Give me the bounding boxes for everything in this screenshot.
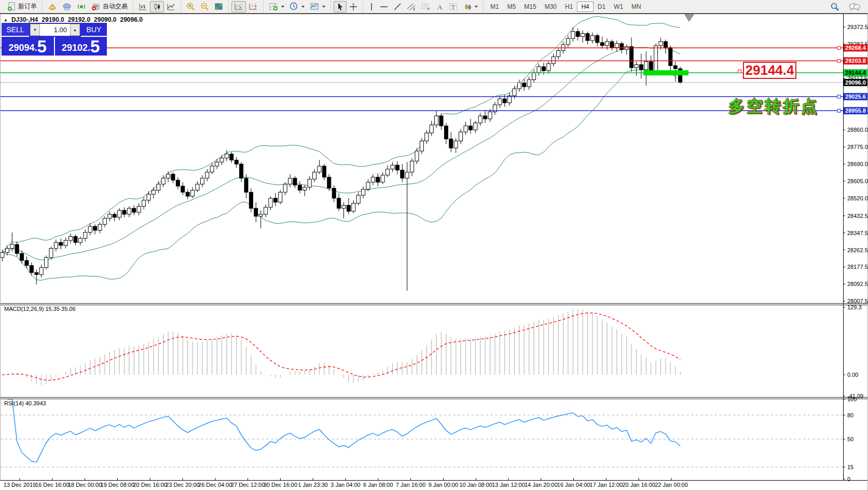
- text-label-button[interactable]: T: [446, 1, 461, 12]
- price-tags: 29268.429203.829144.429025.628955.829096…: [844, 44, 867, 114]
- chart-shift-button[interactable]: [246, 1, 260, 12]
- text-label-icon: T: [449, 3, 458, 11]
- auto-trading-button[interactable]: 自动交易: [89, 1, 130, 12]
- tab-timeframe-h4[interactable]: H4: [577, 2, 593, 12]
- arrows-button[interactable]: [461, 1, 480, 12]
- svg-text:28520.0: 28520.0: [847, 195, 868, 201]
- add-indicator-caret-icon: [281, 6, 284, 8]
- buy-button[interactable]: BUY: [81, 23, 107, 37]
- tab-timeframe-w1[interactable]: W1: [610, 2, 627, 12]
- horizontal-level-lines[interactable]: [0, 46, 843, 112]
- svg-text:28432.5: 28432.5: [847, 213, 868, 219]
- svg-text:14 Jan 20:00: 14 Jan 20:00: [525, 482, 558, 488]
- tab-timeframe-m5[interactable]: M5: [503, 2, 520, 12]
- callout-anchor-handle[interactable]: [738, 70, 741, 73]
- chart-window: 29372.529287.529202.529117.529032.528947…: [0, 13, 868, 491]
- tab-timeframe-d1[interactable]: D1: [594, 2, 610, 12]
- tab-timeframe-mn[interactable]: MN: [627, 2, 645, 12]
- crosshair-icon: [349, 3, 357, 11]
- line-chart-button[interactable]: [164, 1, 178, 12]
- bar-chart-icon: [139, 3, 147, 11]
- ohlc-low: 29090.0: [94, 16, 116, 23]
- fibonacci-icon: F: [421, 3, 431, 11]
- trendline-button[interactable]: [391, 1, 404, 12]
- line-chart-icon: [167, 3, 175, 11]
- arrows-icon: [463, 3, 472, 11]
- trendline-icon: [393, 3, 402, 11]
- candlestick-chart-icon: [153, 3, 161, 11]
- bollinger-bands: [3, 16, 681, 280]
- svg-text:100: 100: [847, 396, 857, 402]
- text-button[interactable]: A: [433, 1, 446, 12]
- price-chart-canvas[interactable]: 29372.529287.529202.529117.529032.528947…: [0, 13, 868, 491]
- periods-button[interactable]: [287, 1, 307, 12]
- templates-button[interactable]: [307, 1, 328, 12]
- crosshair-button[interactable]: [347, 1, 360, 12]
- equidistant-channel-button[interactable]: E: [404, 1, 419, 12]
- hosting-button[interactable]: [60, 1, 74, 12]
- svg-text:28007.5: 28007.5: [847, 298, 868, 304]
- auto-trading-icon: [91, 3, 101, 11]
- tile-windows-icon: [214, 3, 223, 11]
- templates-caret-icon: [322, 6, 325, 8]
- sell-price[interactable]: 29094 . 5: [2, 37, 55, 56]
- svg-text:15: 15: [847, 464, 853, 470]
- tab-timeframe-h1[interactable]: H1: [561, 2, 577, 12]
- tab-timeframe-m30[interactable]: M30: [541, 2, 561, 12]
- collapse-trade-panel-icon[interactable]: ▲: [4, 18, 8, 22]
- fibonacci-button[interactable]: F: [419, 1, 433, 12]
- zoom-out-button[interactable]: [198, 1, 212, 12]
- macd-axis: 129.30.00-41.09: [847, 304, 863, 399]
- sell-button[interactable]: SELL: [2, 23, 29, 37]
- buy-price-int: 29102: [62, 41, 88, 54]
- svg-text:80: 80: [847, 412, 853, 418]
- annotation-text-cn[interactable]: 多空转折点: [728, 96, 819, 117]
- tile-windows-button[interactable]: [212, 1, 226, 12]
- tab-timeframe-m15[interactable]: M15: [520, 2, 540, 12]
- svg-text:6 Jan 08:00: 6 Jan 08:00: [363, 482, 393, 488]
- toolbar-group-scroll: [228, 1, 263, 13]
- svg-text:28860.0: 28860.0: [847, 127, 868, 133]
- zoom-in-button[interactable]: [184, 1, 198, 12]
- signals-icon: [77, 3, 86, 11]
- auto-scroll-button[interactable]: [231, 1, 246, 12]
- svg-text:22 Jan 00:00: 22 Jan 00:00: [655, 482, 688, 488]
- tab-timeframe-m1[interactable]: M1: [486, 2, 503, 12]
- ohlc-open: 29190.0: [42, 16, 64, 23]
- new-order-button[interactable]: 新订单: [5, 1, 39, 12]
- toolbar-group-trading: 新订单: [2, 1, 42, 13]
- support-highlight-bar[interactable]: [643, 70, 688, 75]
- svg-text:129.3: 129.3: [847, 304, 862, 310]
- hosting-icon: [62, 3, 72, 11]
- add-indicator-icon: [269, 3, 278, 11]
- new-order-icon: [7, 2, 16, 11]
- chat-button[interactable]: [846, 1, 863, 12]
- svg-text:30 Dec 16:00: 30 Dec 16:00: [264, 482, 297, 488]
- svg-text:A: A: [437, 3, 443, 11]
- price-axis: 29372.529287.529202.529117.529032.528947…: [847, 24, 868, 304]
- horizontal-line-button[interactable]: [377, 1, 391, 12]
- price-callout-label[interactable]: 29144.4: [743, 62, 796, 79]
- vertical-line-button[interactable]: [366, 1, 377, 12]
- svg-text:7 Jan 16:00: 7 Jan 16:00: [396, 482, 426, 488]
- buy-price[interactable]: 29102 . 5: [55, 37, 107, 56]
- bar-chart-button[interactable]: [136, 1, 150, 12]
- metaeditor-button[interactable]: [45, 1, 60, 12]
- candlestick-chart-button[interactable]: [150, 1, 164, 12]
- svg-text:29372.5: 29372.5: [847, 24, 868, 30]
- sell-price-frac: 5: [37, 39, 47, 54]
- one-click-trading-panel: SELL ▼ ▲ BUY 29094 . 5 29102 . 5: [2, 23, 107, 56]
- volume-increase-button[interactable]: ▲: [70, 24, 80, 36]
- add-indicator-button[interactable]: [266, 1, 287, 12]
- signals-button[interactable]: [74, 1, 89, 12]
- search-button[interactable]: [828, 1, 842, 12]
- volume-decrease-button[interactable]: ▼: [30, 24, 40, 36]
- volume-input[interactable]: [40, 24, 70, 36]
- main-toolbar: 新订单 自动交易: [0, 0, 868, 13]
- cursor-button[interactable]: [334, 1, 347, 12]
- toolbar-right: [828, 1, 866, 12]
- svg-text:29268.4: 29268.4: [845, 45, 866, 51]
- svg-text:17 Jan 12:00: 17 Jan 12:00: [590, 482, 623, 488]
- svg-text:26 Dec 04:00: 26 Dec 04:00: [198, 482, 232, 488]
- svg-text:29025.6: 29025.6: [845, 93, 866, 100]
